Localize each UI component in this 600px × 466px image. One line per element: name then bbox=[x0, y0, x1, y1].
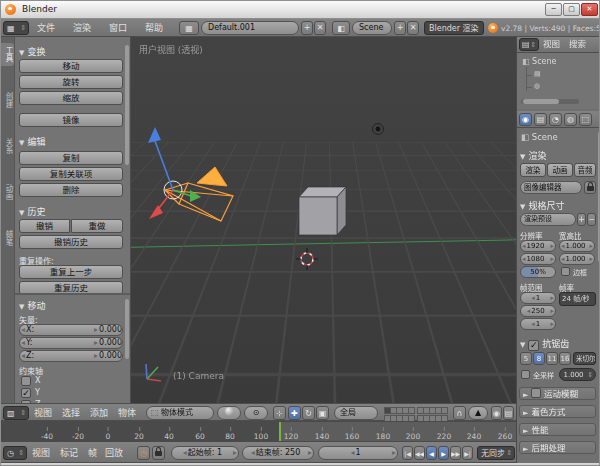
outliner-view-menu[interactable]: 视图 bbox=[543, 35, 560, 53]
editor-type-3d-button[interactable]: ▧ bbox=[3, 406, 29, 420]
opengl-render-anim-button[interactable]: ▤ bbox=[503, 406, 514, 420]
jump-to-end-button[interactable]: ▶| bbox=[462, 446, 473, 460]
aa-size-field[interactable]: 1.000 bbox=[559, 368, 596, 381]
render-preset-select[interactable]: 渲染预设 bbox=[520, 213, 576, 226]
menu-render[interactable]: 渲染 bbox=[73, 19, 91, 37]
manipulator-translate-button[interactable]: ✚ bbox=[288, 406, 301, 420]
rotate-button[interactable]: 旋转 bbox=[19, 75, 123, 89]
shelf-tab-grease[interactable]: 蜡笔 bbox=[1, 227, 14, 250]
res-percentage-slider[interactable]: 50% bbox=[520, 266, 556, 278]
timeline-ruler-area[interactable]: -40 -20 0 20 40 60 80 100 120 140 160 18… bbox=[1, 421, 516, 441]
scene-name-field[interactable]: Scene bbox=[352, 21, 392, 35]
preset-add-button[interactable]: + bbox=[577, 213, 586, 226]
vector-z-field[interactable]: Z:0.000 bbox=[19, 350, 123, 362]
shading-select[interactable] bbox=[217, 406, 241, 420]
outliner-search-menu[interactable]: 搜索 bbox=[569, 35, 586, 53]
axis-x-checkbox[interactable] bbox=[21, 376, 31, 386]
translate-button[interactable]: 移动 bbox=[19, 59, 123, 73]
aa-sample-8-active[interactable]: 8 bbox=[533, 352, 545, 365]
manipulator-rotate-button[interactable]: ↻ bbox=[302, 406, 315, 420]
render-display-select[interactable]: 图像编辑器 bbox=[520, 181, 582, 194]
aa-checkbox[interactable]: ✓ bbox=[528, 340, 539, 351]
panel-title-transform[interactable]: 变换 bbox=[27, 47, 45, 57]
play-reverse-button[interactable]: ◀ bbox=[426, 446, 437, 460]
manipulator-toggle[interactable]: ⊹ bbox=[273, 406, 286, 420]
tab-world[interactable]: ◍ bbox=[564, 113, 577, 126]
prev-keyframe-button[interactable]: ◀◀ bbox=[414, 446, 425, 460]
mode-select[interactable]: ⬚ 物体模式 bbox=[146, 406, 214, 420]
lamp-object[interactable] bbox=[373, 124, 384, 135]
editor-type-info-button[interactable]: ▦ bbox=[3, 21, 29, 35]
tab-render[interactable]: ◉ bbox=[519, 113, 532, 126]
duplicate-button[interactable]: 复制 bbox=[19, 151, 123, 165]
vector-x-field[interactable]: X:0.000 bbox=[19, 324, 123, 336]
add-screen-button[interactable]: + bbox=[301, 21, 313, 35]
tab-scene[interactable]: ◔ bbox=[549, 113, 562, 126]
maximize-button[interactable]: ▢ bbox=[563, 3, 580, 16]
res-y-field[interactable]: 1080 bbox=[520, 253, 556, 265]
menu-file[interactable]: 文件 bbox=[37, 19, 55, 37]
shading-panel-collapsed[interactable]: ►着色方式 bbox=[519, 405, 596, 418]
frame-start-prop-field[interactable]: 1 bbox=[520, 292, 556, 304]
shelf-tab-animation[interactable]: 动画 bbox=[1, 181, 14, 204]
minimize-button[interactable]: ─ bbox=[545, 3, 562, 16]
shelf-tab-create[interactable]: 创建 bbox=[1, 89, 14, 112]
full-sample-checkbox[interactable] bbox=[521, 370, 530, 379]
panel-title-history[interactable]: 历史 bbox=[27, 207, 45, 217]
delete-screen-button[interactable]: ✕ bbox=[314, 21, 326, 35]
render-engine-select[interactable]: Blender 渲染 bbox=[424, 21, 484, 35]
manipulator-scale-button[interactable]: ▣ bbox=[316, 406, 329, 420]
operator-panel-scrollbar[interactable] bbox=[125, 299, 129, 359]
render-panel-title[interactable]: 渲染 bbox=[528, 151, 546, 161]
menu-window[interactable]: 窗口 bbox=[109, 19, 127, 37]
object-menu[interactable]: 物体 bbox=[118, 404, 136, 422]
y-arrow-icon[interactable] bbox=[190, 190, 201, 202]
aa-sample-16[interactable]: 16 bbox=[559, 352, 571, 365]
motion-blur-checkbox[interactable] bbox=[531, 388, 541, 398]
snap-element-select[interactable]: ▲ bbox=[468, 406, 488, 420]
screen-layout-field[interactable]: Default.001 bbox=[201, 21, 299, 35]
close-button[interactable]: ✕ bbox=[581, 3, 598, 16]
editor-type-outliner-button[interactable]: ▤ bbox=[519, 38, 539, 51]
opengl-render-button[interactable]: ◉ bbox=[491, 406, 502, 420]
layers-widget-a[interactable] bbox=[384, 407, 413, 422]
lock-toggle[interactable] bbox=[152, 446, 165, 460]
cube-object[interactable] bbox=[299, 187, 346, 235]
frame-start-field[interactable]: 起始帧: 1 bbox=[171, 446, 239, 460]
viewport-3d[interactable]: 用户视图 (透视) (1) Camera bbox=[131, 37, 516, 403]
aa-filter-select[interactable]: 米切尔 bbox=[573, 352, 596, 365]
timeline-frame-menu[interactable]: 帧 bbox=[88, 444, 97, 462]
render-audio-button[interactable]: 音频 bbox=[574, 163, 596, 177]
timeline-playback-menu[interactable]: 回放 bbox=[105, 444, 123, 462]
frame-end-field[interactable]: 结束帧: 250 bbox=[242, 446, 314, 460]
aa-sample-11[interactable]: 11 bbox=[546, 352, 558, 365]
mirror-button[interactable]: 镜像 bbox=[19, 113, 123, 127]
tab-object[interactable]: ⬚ bbox=[579, 113, 592, 126]
add-menu[interactable]: 添加 bbox=[90, 404, 108, 422]
motion-blur-panel-collapsed[interactable]: ► 运动模糊 bbox=[519, 387, 596, 400]
dimensions-panel-title[interactable]: 规格尺寸 bbox=[528, 201, 564, 211]
aa-sample-5[interactable]: 5 bbox=[520, 352, 532, 365]
timeline-marker-menu[interactable]: 标记 bbox=[60, 444, 78, 462]
layers-widget-b[interactable] bbox=[417, 407, 446, 422]
post-processing-panel-collapsed[interactable]: ►后期处理 bbox=[519, 441, 596, 454]
editor-type-timeline-button[interactable]: ◷ bbox=[3, 446, 27, 460]
outliner-item-icon[interactable]: ◍ bbox=[534, 82, 540, 90]
x-arrow-icon[interactable] bbox=[149, 205, 163, 219]
border-checkbox[interactable] bbox=[561, 267, 570, 276]
redo-button[interactable]: 重做 bbox=[71, 219, 123, 233]
screen-browse-icon[interactable]: ▦ bbox=[179, 21, 199, 35]
timeline-view-menu[interactable]: 视图 bbox=[32, 444, 50, 462]
shelf-tab-relations[interactable]: 关系 bbox=[1, 135, 14, 158]
outliner-hscroll-thumb[interactable] bbox=[523, 99, 559, 104]
orientation-select[interactable]: 全局 bbox=[334, 406, 378, 420]
view-menu[interactable]: 视图 bbox=[34, 404, 52, 422]
preset-remove-button[interactable]: − bbox=[587, 213, 596, 226]
panel-title-edit[interactable]: 编辑 bbox=[27, 137, 45, 147]
scale-button[interactable]: 缩放 bbox=[19, 91, 123, 105]
preview-range-toggle[interactable]: ◷ bbox=[137, 446, 150, 460]
tool-shelf-scrollbar[interactable] bbox=[125, 45, 129, 165]
undo-button[interactable]: 撤销 bbox=[19, 219, 70, 233]
menu-help[interactable]: 帮助 bbox=[145, 19, 163, 37]
snap-magnet-toggle[interactable]: ∩ bbox=[453, 406, 466, 420]
